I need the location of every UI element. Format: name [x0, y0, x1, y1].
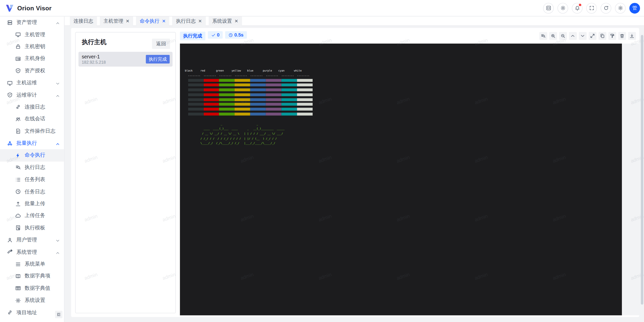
- tab-1[interactable]: 连接日志: [70, 16, 97, 26]
- expand-icon: [590, 33, 595, 38]
- sidebar-item-25[interactable]: 项目地址: [0, 306, 64, 318]
- ansi-color-block-yellow: [235, 84, 250, 86]
- ansi-color-block-purple: [266, 98, 281, 101]
- ansi-color-block-purple: [266, 108, 281, 111]
- code-square-button[interactable]: [543, 3, 554, 13]
- sidebar-item-22[interactable]: 数据字典项: [0, 270, 64, 282]
- terminal-tool-zoom-in[interactable]: [549, 32, 557, 40]
- ansi-color-block-green: [219, 98, 235, 101]
- sidebar-item-16[interactable]: 批量上传: [0, 198, 64, 210]
- sidebar-item-18[interactable]: 执行模板: [0, 222, 64, 234]
- tab-4[interactable]: 执行日志✕: [172, 16, 206, 26]
- ansi-color-block-blue: [250, 113, 266, 115]
- sidebar-item-2[interactable]: 主机管理: [0, 28, 64, 41]
- ansi-color-block-purple: [266, 88, 281, 91]
- ansi-color-block-cyan: [281, 103, 297, 106]
- ansi-color-block-yellow: [235, 93, 250, 96]
- sidebar-item-21[interactable]: 系统菜单: [0, 258, 64, 270]
- terminal-side-gutter: [622, 44, 639, 315]
- sun-button[interactable]: [557, 3, 568, 13]
- ansi-color-block-red: [204, 88, 219, 91]
- ansi-color-block-yellow: [235, 88, 250, 91]
- sidebar-item-label: 用户管理: [16, 236, 37, 243]
- sidebar-item-5[interactable]: 资产授权: [0, 65, 64, 77]
- tab-close-icon[interactable]: ✕: [234, 19, 238, 23]
- terminal-tool-chevron-up[interactable]: [569, 32, 577, 40]
- ansi-color-block-white: [297, 113, 313, 115]
- brush-icon: [610, 33, 615, 38]
- terminal-tool-brush[interactable]: [608, 32, 616, 40]
- tab-5[interactable]: 系统设置✕: [209, 16, 242, 26]
- sidebar-item-13[interactable]: 执行日志: [0, 161, 64, 173]
- sidebar-item-15[interactable]: 任务日志: [0, 186, 64, 198]
- app-logo: Orion Visor: [5, 4, 52, 12]
- gear-button[interactable]: [615, 3, 626, 13]
- wrench-icon: [7, 249, 13, 255]
- page-scrollbar-thumb[interactable]: [641, 35, 643, 305]
- tab-close-icon[interactable]: ✕: [162, 19, 166, 23]
- refresh-button[interactable]: [600, 3, 611, 13]
- main-panel: 执行主机 返回 server-1 182.92.5.218 执行完成 执行完成0…: [71, 28, 639, 317]
- user-avatar[interactable]: 管: [629, 3, 640, 13]
- sidebar-item-4[interactable]: 主机身份: [0, 53, 64, 65]
- terminal-tool-chevron-down[interactable]: [579, 32, 587, 40]
- back-button[interactable]: 返回: [152, 39, 170, 49]
- sidebar-item-label: 系统菜单: [25, 261, 45, 268]
- sidebar-item-24[interactable]: 系统设置: [0, 294, 64, 306]
- bell-button[interactable]: [572, 3, 582, 13]
- gear-icon: [15, 297, 21, 303]
- sidebar-item-label: 在线会话: [25, 116, 45, 123]
- sidebar-item-23[interactable]: 数据字典值: [0, 282, 64, 294]
- link-icon: [7, 309, 13, 315]
- sidebar-item-label: 主机运维: [16, 79, 37, 86]
- ansi-color-block-red: [204, 113, 219, 115]
- terminal-tool-zoom-out[interactable]: [559, 32, 567, 40]
- sidebar-item-7[interactable]: 运维审计: [0, 89, 64, 101]
- tab-close-icon[interactable]: ✕: [198, 19, 202, 23]
- sidebar-item-12[interactable]: 命令执行: [0, 149, 64, 161]
- storage-icon: [7, 19, 13, 25]
- terminal-status-badge-3: 0.5s: [225, 31, 247, 39]
- sidebar-item-9[interactable]: 在线会话: [0, 113, 64, 125]
- sidebar-item-14[interactable]: 任务列表: [0, 173, 64, 186]
- ansi-color-block-blue: [250, 93, 266, 96]
- sidebar-item-3[interactable]: 主机密钥: [0, 41, 64, 53]
- link-icon: [15, 104, 21, 110]
- ansi-color-block-cyan: [281, 98, 297, 101]
- terminal-tool-copy[interactable]: [598, 32, 606, 40]
- sidebar-item-1[interactable]: 资产管理: [0, 16, 64, 28]
- sidebar-item-label: 执行模板: [25, 224, 45, 231]
- sidebar-item-19[interactable]: 用户管理: [0, 234, 64, 246]
- tab-close-icon[interactable]: ✕: [126, 19, 130, 23]
- sidebar-collapse-button[interactable]: [55, 311, 62, 318]
- terminal-tool-search-list[interactable]: [539, 32, 547, 40]
- sidebar-item-11[interactable]: 批量执行: [0, 137, 64, 149]
- sidebar-item-6[interactable]: 主机运维: [0, 77, 64, 89]
- sidebar-item-10[interactable]: 文件操作日志: [0, 125, 64, 137]
- sidebar-item-20[interactable]: 系统管理: [0, 246, 64, 258]
- ansi-color-block-yellow: [235, 113, 250, 115]
- sidebar-item-label: 数据字典值: [25, 285, 50, 292]
- ansi-color-block-purple: [266, 113, 281, 115]
- sidebar-item-17[interactable]: 上传任务: [0, 210, 64, 222]
- terminal-screen[interactable]: black red green yellow blue purple cyan …: [180, 44, 622, 315]
- shield-icon: [15, 68, 21, 74]
- tab-3[interactable]: 命令执行✕: [136, 16, 170, 26]
- sidebar-item-8[interactable]: 连接日志: [0, 101, 64, 113]
- sidebar-item-label: 连接日志: [25, 103, 45, 111]
- terminal-tool-download[interactable]: [628, 32, 636, 40]
- ansi-color-block-red: [204, 84, 219, 86]
- terminal-output: black red green yellow blue purple cyan …: [185, 49, 622, 146]
- terminal-status-badge-1: 执行完成: [180, 31, 205, 40]
- tab-2[interactable]: 主机管理✕: [100, 16, 133, 26]
- ansi-color-block-black: [188, 98, 204, 101]
- host-list-item[interactable]: server-1 182.92.5.218 执行完成: [78, 52, 173, 67]
- fullscreen-button[interactable]: [586, 3, 597, 13]
- terminal-tool-trash[interactable]: [618, 32, 626, 40]
- terminal-tool-expand[interactable]: [589, 32, 596, 40]
- ansi-color-block-white: [297, 108, 313, 111]
- bell-icon: [575, 5, 580, 11]
- chevron-down-icon: [56, 238, 60, 242]
- idcard-icon: [15, 56, 21, 62]
- ansi-color-block-cyan: [281, 79, 297, 82]
